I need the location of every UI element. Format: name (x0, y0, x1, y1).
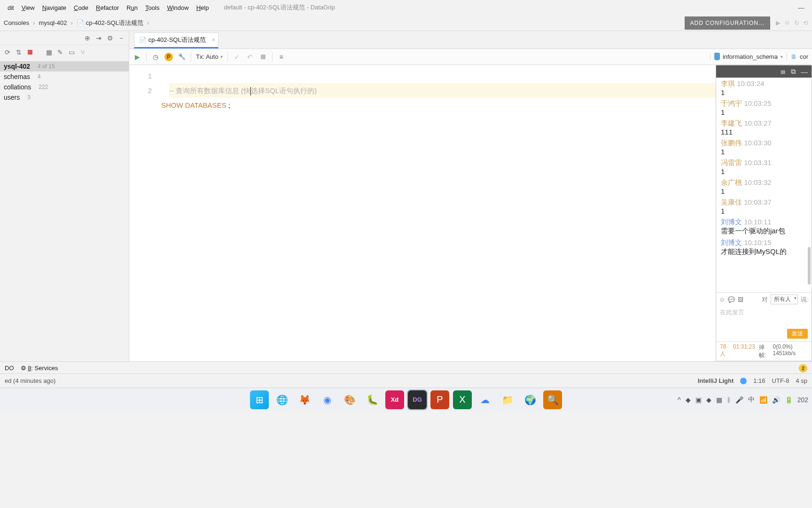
chat-sender: 刘博文 (721, 238, 742, 246)
tray-wifi-icon[interactable]: 📶 (759, 396, 767, 404)
chat-list-icon[interactable] (780, 67, 786, 76)
taskbar-xd[interactable]: Xd (385, 390, 404, 409)
bubble-icon[interactable] (728, 296, 735, 303)
menu-refactor[interactable]: Refactor (92, 2, 123, 13)
refresh-icon[interactable] (4, 48, 11, 56)
stop-icon[interactable] (26, 48, 34, 56)
chat-sender: 张鹏伟 (721, 139, 742, 147)
tray-battery-icon[interactable]: 🔋 (785, 396, 793, 404)
tx-mode-select[interactable]: Tx: Auto▾ (196, 53, 223, 60)
chat-input[interactable]: 在此发言 (716, 306, 812, 329)
start-button[interactable]: ⊞ (250, 390, 269, 409)
cancel-icon[interactable] (259, 53, 267, 61)
chat-messages[interactable]: 李琪 10:03:241于鸿宇 10:03:251李建飞 10:03:27111… (716, 78, 812, 292)
editor-tabs: 📄 cp-402-SQL语法规范 × (129, 31, 812, 49)
recipient-select[interactable]: 所有人 (771, 294, 798, 304)
tray-clock[interactable]: 202 (797, 396, 808, 404)
theme-label[interactable]: IntelliJ Light (698, 377, 734, 384)
taskbar-powerpoint[interactable]: P (430, 390, 449, 409)
taskbar-chrome[interactable]: ◉ (318, 390, 336, 409)
encoding[interactable]: UTF-8 (772, 377, 789, 384)
chat-text: 才能连接到MySQL的 (721, 247, 787, 255)
menu-tools[interactable]: Tools (141, 2, 163, 13)
menu-navigate[interactable]: Navigate (39, 2, 70, 13)
tray-app-icon[interactable]: ▣ (695, 396, 702, 404)
execute-icon[interactable]: ▶ (133, 53, 141, 61)
menu-help[interactable]: Help (193, 2, 213, 13)
chat-text: 1 (721, 207, 725, 215)
taskbar-search[interactable]: 🔍 (543, 390, 562, 409)
todo-button[interactable]: DO (5, 365, 14, 372)
tab-file[interactable]: 📄 cp-402-SQL语法规范 × (134, 32, 219, 48)
datasource-node[interactable]: ysql-402 4 of 15 (0, 61, 129, 71)
history-icon[interactable] (151, 53, 160, 61)
emoji-icon[interactable] (719, 296, 725, 303)
tray-app-icon[interactable]: ◆ (686, 396, 691, 404)
taskbar-browser[interactable]: 🌍 (521, 390, 539, 409)
schema-select[interactable]: information_schema▾ (710, 53, 783, 60)
commit-icon[interactable] (233, 53, 241, 61)
diff-icon[interactable]: ⇅ (15, 48, 23, 56)
menu-edit[interactable]: dit (4, 2, 18, 13)
tray-mic-icon[interactable]: 🎤 (735, 396, 743, 404)
scrollbar[interactable] (808, 247, 811, 285)
users-node[interactable]: users 3 (0, 92, 129, 103)
collapse-icon[interactable] (95, 34, 102, 42)
taskbar-firefox[interactable]: 🦊 (295, 390, 314, 409)
taskbar-excel[interactable]: X (453, 390, 472, 409)
session-select[interactable]: 🗎 cor (787, 53, 808, 60)
taskbar-app2[interactable]: 🐛 (363, 390, 382, 409)
settings-icon[interactable] (178, 53, 186, 61)
table-icon[interactable] (45, 48, 53, 56)
target-icon[interactable] (84, 34, 91, 42)
tray-app-icon[interactable]: ◆ (706, 396, 711, 404)
hide-icon[interactable] (117, 34, 125, 42)
taskbar-edge[interactable]: 🌐 (273, 390, 291, 409)
crumb-file[interactable]: cp-402-SQL语法规范 (86, 19, 143, 27)
run-icon[interactable]: ▶ (776, 19, 781, 26)
menu-window[interactable]: Window (163, 2, 192, 13)
close-tab-icon[interactable]: × (212, 37, 215, 43)
taskbar-cloud[interactable]: ☁ (476, 390, 494, 409)
caret-pos[interactable]: 1:16 (753, 377, 765, 384)
explain-plan-icon[interactable]: P (164, 53, 173, 61)
services-button[interactable]: ⚙ 8: Services (21, 365, 58, 372)
tray-volume-icon[interactable]: 🔊 (772, 396, 780, 404)
rows-icon[interactable] (277, 53, 286, 61)
update-icon[interactable]: ⟲ (803, 19, 808, 26)
chat-sender: 余广桃 (721, 178, 742, 186)
taskbar-datagrip[interactable]: DG (408, 390, 427, 409)
rollback-icon[interactable] (246, 53, 254, 61)
window-minimize[interactable]: — (790, 4, 812, 11)
menu-view[interactable]: View (18, 2, 39, 13)
rerun-icon[interactable]: ↻ (794, 19, 799, 26)
window-title: default - cp-402-SQL语法规范 - DataGrip (224, 3, 335, 12)
taskbar-app1[interactable]: 🎨 (340, 390, 359, 409)
chat-text: 1 (721, 187, 725, 195)
debug-icon[interactable]: ⛭ (784, 19, 790, 26)
schemas-node[interactable]: schemas 4 (0, 71, 129, 82)
view-icon[interactable] (68, 48, 75, 56)
notifications-badge[interactable]: 2 (799, 364, 807, 373)
taskbar-explorer[interactable]: 📁 (498, 390, 517, 409)
crumb-consoles[interactable]: Consoles (4, 19, 29, 26)
tray-lang-icon[interactable]: 中 (748, 396, 755, 404)
chat-min-icon[interactable] (801, 68, 808, 76)
tray-chevron-icon[interactable]: ^ (678, 396, 681, 404)
collations-node[interactable]: collations 222 (0, 82, 129, 92)
edit-icon[interactable] (56, 48, 64, 56)
menu-run[interactable]: Run (123, 2, 141, 13)
filter-icon[interactable] (79, 48, 86, 56)
gear-icon[interactable] (106, 34, 114, 42)
indent[interactable]: 4 sp (796, 377, 807, 384)
send-button[interactable]: 发送 (787, 329, 808, 339)
add-configuration-button[interactable]: ADD CONFIGURATION... (685, 16, 770, 30)
sql-editor[interactable]: 1 2 -- 查询所有数据库信息 (快选择SQL语句执行的) SHOW DATA… (129, 65, 812, 361)
image-icon[interactable] (738, 296, 743, 303)
crumb-mysql[interactable]: mysql-402 (39, 19, 67, 26)
tray-bluetooth-icon[interactable]: ᛒ (727, 396, 731, 404)
tray-app-icon[interactable]: ▦ (716, 396, 722, 404)
chat-popout-icon[interactable] (791, 67, 796, 76)
menu-code[interactable]: Code (70, 2, 92, 13)
system-tray[interactable]: ^ ◆ ▣ ◆ ▦ ᛒ 🎤 中 📶 🔊 🔋 202 (678, 396, 808, 404)
